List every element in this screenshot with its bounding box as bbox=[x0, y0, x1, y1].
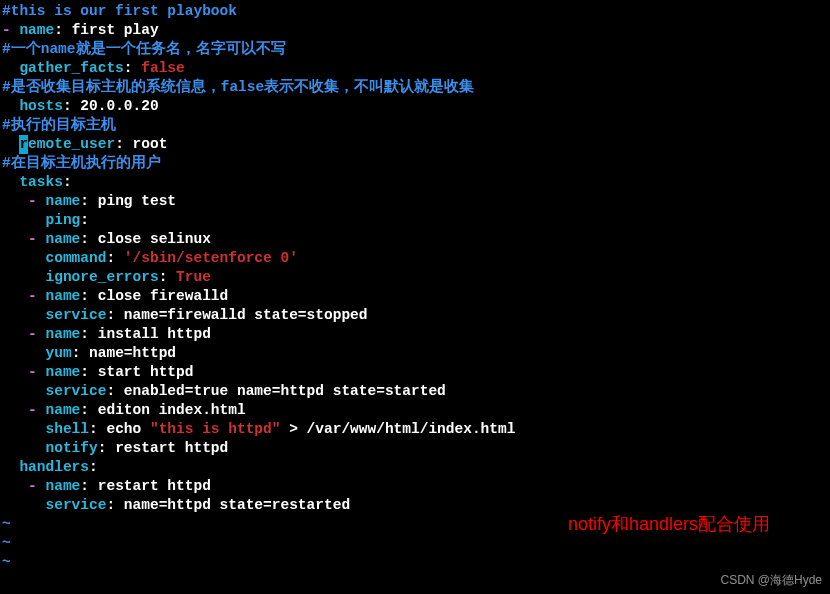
indent bbox=[2, 212, 46, 228]
yaml-value-false: false bbox=[141, 60, 185, 76]
colon: : bbox=[80, 478, 97, 494]
yaml-dash: - bbox=[2, 22, 19, 38]
indent bbox=[2, 440, 46, 456]
colon: : bbox=[80, 193, 97, 209]
indent bbox=[2, 174, 19, 190]
indent bbox=[2, 269, 46, 285]
indent bbox=[2, 497, 46, 513]
colon: : bbox=[89, 459, 98, 475]
indent bbox=[2, 98, 19, 114]
yaml-key-gather-facts: gather_facts bbox=[19, 60, 123, 76]
indent bbox=[2, 193, 28, 209]
yaml-value: echo bbox=[106, 421, 150, 437]
editor-area[interactable]: #this is our first playbook - name: firs… bbox=[2, 2, 830, 572]
yaml-value: close firewalld bbox=[98, 288, 229, 304]
comment-line: #是否收集目标主机的系统信息，false表示不收集，不叫默认就是收集 bbox=[2, 79, 474, 95]
yaml-key-name: name bbox=[46, 364, 81, 380]
yaml-key-name: name bbox=[19, 22, 54, 38]
yaml-key-name: name bbox=[46, 193, 81, 209]
colon: : bbox=[54, 22, 71, 38]
yaml-value: root bbox=[133, 136, 168, 152]
colon: : bbox=[63, 98, 80, 114]
yaml-key-command: command bbox=[46, 250, 107, 266]
comment-line: #在目标主机执行的用户 bbox=[2, 155, 161, 171]
yaml-key-name: name bbox=[46, 288, 81, 304]
colon: : bbox=[106, 307, 123, 323]
colon: : bbox=[115, 136, 132, 152]
colon: : bbox=[72, 345, 89, 361]
yaml-dash: - bbox=[28, 364, 45, 380]
yaml-value: ping test bbox=[98, 193, 176, 209]
yaml-key-name: name bbox=[46, 326, 81, 342]
indent bbox=[2, 383, 46, 399]
colon: : bbox=[106, 250, 123, 266]
indent bbox=[2, 326, 28, 342]
yaml-value: start httpd bbox=[98, 364, 194, 380]
yaml-key-name: name bbox=[46, 231, 81, 247]
vim-tilde: ~ bbox=[2, 554, 11, 570]
yaml-key-shell: shell bbox=[46, 421, 90, 437]
indent bbox=[2, 288, 28, 304]
yaml-key-hosts: hosts bbox=[19, 98, 63, 114]
yaml-value-string: "this is httpd" bbox=[150, 421, 281, 437]
yaml-key-ping: ping bbox=[46, 212, 81, 228]
yaml-key-notify: notify bbox=[46, 440, 98, 456]
indent bbox=[2, 231, 28, 247]
yaml-value: name=httpd state=restarted bbox=[124, 497, 350, 513]
comment-line: #一个name就是一个任务名，名字可以不写 bbox=[2, 41, 286, 57]
indent bbox=[2, 60, 19, 76]
yaml-dash: - bbox=[28, 478, 45, 494]
yaml-value: enabled=true name=httpd state=started bbox=[124, 383, 446, 399]
colon: : bbox=[124, 60, 141, 76]
yaml-value: close selinux bbox=[98, 231, 211, 247]
indent bbox=[2, 307, 46, 323]
yaml-value: 20.0.0.20 bbox=[80, 98, 158, 114]
colon: : bbox=[80, 212, 89, 228]
colon: : bbox=[159, 269, 176, 285]
indent bbox=[2, 136, 19, 152]
indent bbox=[2, 478, 28, 494]
colon: : bbox=[106, 383, 123, 399]
yaml-value: > /var/www/html/index.html bbox=[280, 421, 515, 437]
comment-line: #执行的目标主机 bbox=[2, 117, 116, 133]
watermark-text: CSDN @海德Hyde bbox=[720, 571, 822, 590]
yaml-key-handlers: handlers bbox=[19, 459, 89, 475]
yaml-value: restart httpd bbox=[98, 478, 211, 494]
yaml-value: restart httpd bbox=[115, 440, 228, 456]
comment-line: #this is our first playbook bbox=[2, 3, 237, 19]
yaml-dash: - bbox=[28, 402, 45, 418]
indent bbox=[2, 459, 19, 475]
colon: : bbox=[80, 326, 97, 342]
yaml-dash: - bbox=[28, 193, 45, 209]
yaml-value: name=httpd bbox=[89, 345, 176, 361]
indent bbox=[2, 345, 46, 361]
yaml-value-string: '/sbin/setenforce 0' bbox=[124, 250, 298, 266]
vim-tilde: ~ bbox=[2, 516, 11, 532]
yaml-dash: - bbox=[28, 288, 45, 304]
colon: : bbox=[98, 440, 115, 456]
yaml-value: editon index.html bbox=[98, 402, 246, 418]
colon: : bbox=[80, 231, 97, 247]
colon: : bbox=[106, 497, 123, 513]
yaml-key-service: service bbox=[46, 383, 107, 399]
yaml-key-name: name bbox=[46, 478, 81, 494]
yaml-value: name=firewalld state=stopped bbox=[124, 307, 368, 323]
yaml-dash: - bbox=[28, 326, 45, 342]
indent bbox=[2, 402, 28, 418]
colon: : bbox=[80, 402, 97, 418]
yaml-value: install httpd bbox=[98, 326, 211, 342]
yaml-key-ignore-errors: ignore_errors bbox=[46, 269, 159, 285]
yaml-key-name: name bbox=[46, 402, 81, 418]
yaml-dash: - bbox=[28, 231, 45, 247]
colon: : bbox=[80, 364, 97, 380]
colon: : bbox=[89, 421, 106, 437]
annotation-text: notify和handlers配合使用 bbox=[568, 515, 770, 534]
yaml-key-service: service bbox=[46, 497, 107, 513]
yaml-value: first play bbox=[72, 22, 159, 38]
indent bbox=[2, 421, 46, 437]
yaml-key-yum: yum bbox=[46, 345, 72, 361]
yaml-key-tasks: tasks bbox=[19, 174, 63, 190]
indent bbox=[2, 250, 46, 266]
yaml-key-service: service bbox=[46, 307, 107, 323]
colon: : bbox=[63, 174, 72, 190]
